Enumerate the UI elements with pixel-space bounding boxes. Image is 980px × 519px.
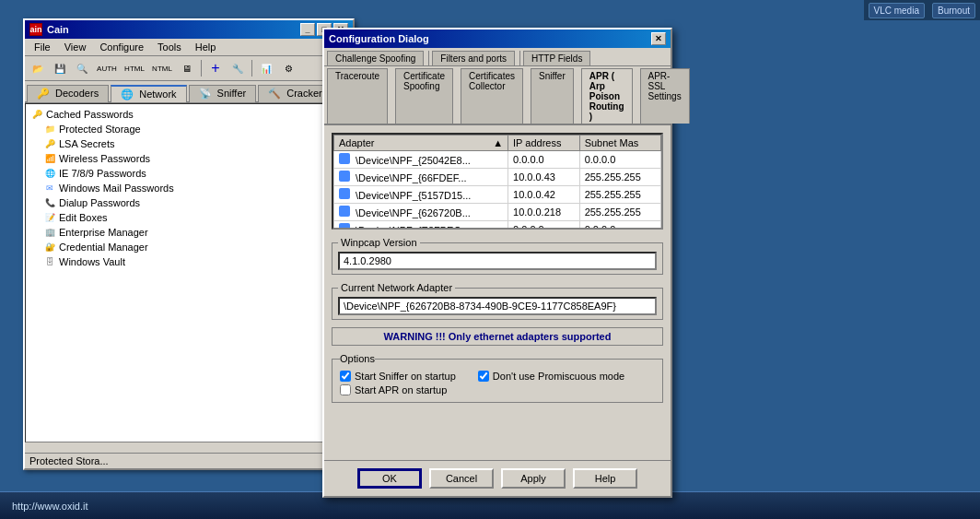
tree-item-credential[interactable]: 🔐 Credential Manager [29,240,349,254]
toolbar-btn-6[interactable]: 🔧 [228,58,248,78]
dialog-titlebar: Configuration Dialog ✕ [324,29,671,48]
tree-item-dialup[interactable]: 📞 Dialup Passwords [29,195,349,210]
start-apr-checkbox[interactable] [340,384,351,395]
menu-tools[interactable]: Tools [153,41,186,53]
dialog-window-controls: ✕ [651,32,666,45]
tab-sniffer[interactable]: 📡 Sniffer [189,85,257,102]
adapter-row-3[interactable]: \Device\NPF_{626720B... 10.0.0.218 255.2… [334,204,661,221]
current-adapter-group: Current Network Adapter [332,282,663,320]
dialog-tab-challenge-spoofing[interactable]: Challenge Spoofing [327,51,424,65]
winpcap-version-input[interactable] [338,252,657,270]
current-adapter-input[interactable] [338,297,657,315]
adapter-ip-4: 0.0.0.0 [508,221,580,230]
dialog-buttons: OK Cancel Apply Help [324,460,671,496]
toolbar-btn-3[interactable]: 🔍 [72,58,92,78]
adapter-ip-1: 10.0.0.43 [508,169,580,186]
adapter-name-1: \Device\NPF_{66FDEF... [334,169,508,186]
col-subnet: Subnet Mas [579,136,660,151]
toolbar-btn-reset[interactable]: NTML [149,58,175,78]
dialog-tab-filters-ports[interactable]: Filters and ports [432,51,515,65]
tree-panel: 🔑 Cached Passwords 📁 Protected Storage 🔑… [25,103,353,442]
credential-manager-icon: 🔐 [43,241,56,254]
adapter-name-0: \Device\NPF_{25042E8... [334,151,508,169]
tab-network[interactable]: 🌐 Network [111,85,186,102]
toolbar-separator-1 [201,60,202,77]
cancel-button[interactable]: Cancel [429,468,494,489]
toolbar: 📂 💾 🔍 AUTH HTML NTML 🖥 + 🔧 📊 ⚙ [25,56,353,81]
app-titlebar: ain Cain _ □ ✕ [25,20,353,39]
winpcap-legend: Winpcap Version [338,237,420,248]
start-apr-label: Start APR on startup [355,384,447,395]
network-icon: 🌐 [121,88,134,100]
enterprise-manager-icon: 🏢 [43,226,56,239]
adapter-row-4[interactable]: \Device\NPF_{E3FBEC... 0.0.0.0 0.0.0.0 [334,221,661,230]
dialog-close-button[interactable]: ✕ [651,32,666,45]
cached-passwords-icon: 🔑 [30,108,43,121]
adapter-row-0[interactable]: \Device\NPF_{25042E8... 0.0.0.0 0.0.0.0 [334,151,661,169]
top-right-area: VLC media Burnout [864,0,981,20]
dialog-tab-traceroute[interactable]: Traceroute [327,68,388,124]
sniffer-icon: 📡 [199,88,212,99]
menu-help[interactable]: Help [191,41,221,53]
burnout-button[interactable]: Burnout [932,3,975,18]
adapter-name-4: \Device\NPF_{E3FBEC... [334,221,508,230]
help-button[interactable]: Help [573,468,637,489]
dialog-tabs-row2: Traceroute Certificate Spoofing Certific… [324,66,671,125]
apply-button[interactable]: Apply [501,468,566,489]
adapter-name-3: \Device\NPF_{626720B... [334,204,508,221]
adapter-name-2: \Device\NPF_{5157D15... [334,186,508,204]
dialog-tab-sniffer[interactable]: Sniffer [531,68,574,124]
toolbar-btn-1[interactable]: 📂 [28,58,48,78]
minimize-button[interactable]: _ [300,23,315,36]
tree-item-lsa[interactable]: 🔑 LSA Secrets [29,136,349,151]
dialog-tab-certs-collector[interactable]: Certificates Collector [461,68,523,124]
app-title: Cain [47,24,69,35]
adapter-subnet-0: 0.0.0.0 [579,151,660,169]
dialog-tab-apr-ssl[interactable]: APR-SSL Settings [640,68,690,124]
adapter-row-2[interactable]: \Device\NPF_{5157D15... 10.0.0.42 255.25… [334,186,661,204]
mail-passwords-icon: ✉ [43,182,56,195]
options-group: Options Start Sniffer on startup Don't u… [332,353,663,403]
toolbar-add-btn[interactable]: + [205,58,226,78]
adapter-subnet-3: 255.255.255 [579,204,660,221]
toolbar-btn-2[interactable]: 💾 [50,58,70,78]
net-icon-3 [339,206,350,217]
content-area: 🔑 Cached Passwords 📁 Protected Storage 🔑… [25,103,353,442]
start-sniffer-checkbox[interactable] [340,371,351,382]
tree-item-enterprise[interactable]: 🏢 Enterprise Manager [29,225,349,240]
edit-boxes-icon: 📝 [43,211,56,224]
dialup-passwords-icon: 📞 [43,196,56,209]
menu-file[interactable]: File [29,41,55,53]
tree-item-mail[interactable]: ✉ Windows Mail Passwords [29,181,349,195]
tree-item-editboxes[interactable]: 📝 Edit Boxes [29,210,349,225]
option-row-0: Start Sniffer on startup Don't use Promi… [340,371,655,382]
dialog-tab-apr[interactable]: APR ( Arp Poison Routing ) [581,68,633,124]
toolbar-btn-auth[interactable]: AUTH [94,58,120,78]
menu-configure[interactable]: Configure [95,41,148,53]
dialog-tab-http-fields[interactable]: HTTP Fields [523,51,590,65]
no-promiscuous-checkbox[interactable] [478,371,489,382]
options-legend: Options [340,353,375,364]
dialog-tab-cert-spoofing[interactable]: Certificate Spoofing [395,68,453,124]
vlc-media-button[interactable]: VLC media [869,3,925,18]
toolbar-separator-2 [251,60,252,77]
tree-item-ie[interactable]: 🌐 IE 7/8/9 Passwords [29,166,349,181]
menu-bar: File View Configure Tools Help [25,39,353,56]
toolbar-btn-5[interactable]: 🖥 [177,58,197,78]
dialog-title: Configuration Dialog [329,33,429,44]
tree-item-wireless[interactable]: 📶 Wireless Passwords [29,151,349,166]
tab-decoders[interactable]: 🔑 Decoders [27,85,109,102]
tree-item-vault[interactable]: 🗄 Windows Vault [29,254,349,269]
menu-view[interactable]: View [60,41,91,53]
tree-item-protected[interactable]: 📁 Protected Storage [29,122,349,136]
toolbar-btn-7[interactable]: 📊 [256,58,276,78]
adapter-row-1[interactable]: \Device\NPF_{66FDEF... 10.0.0.43 255.255… [334,169,661,186]
ok-button[interactable]: OK [357,468,422,489]
start-sniffer-label: Start Sniffer on startup [355,371,456,382]
toolbar-btn-8[interactable]: ⚙ [278,58,298,78]
adapter-table-wrapper[interactable]: Adapter ▲ IP address Subnet Mas [332,133,663,230]
tab-cracker[interactable]: 🔨 Cracker [258,85,332,102]
toolbar-btn-html[interactable]: HTML [122,58,147,78]
tree-item-cached[interactable]: 🔑 Cached Passwords [29,107,349,122]
lsa-secrets-icon: 🔑 [43,137,56,150]
